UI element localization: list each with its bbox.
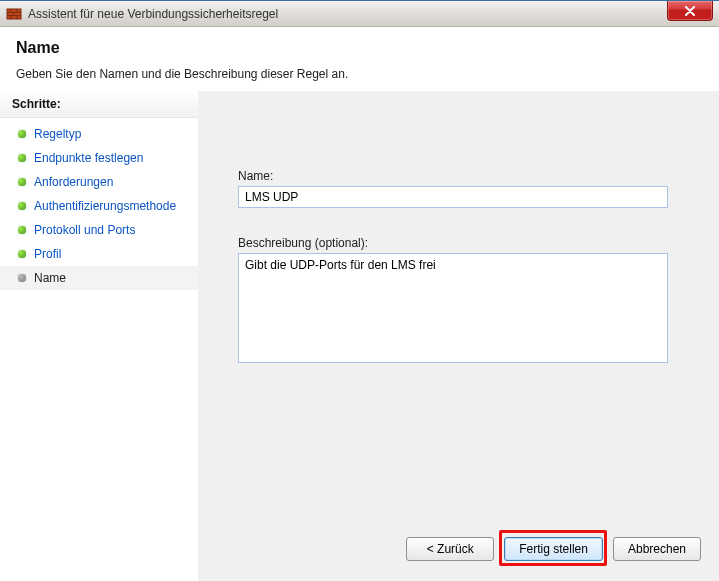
wizard-header: Name Geben Sie den Namen und die Beschre… [0, 27, 719, 91]
page-title: Name [16, 39, 703, 57]
close-button[interactable] [667, 1, 713, 21]
description-input[interactable] [238, 253, 668, 363]
steps-heading: Schritte: [0, 91, 198, 118]
step-regeltyp[interactable]: Regeltyp [0, 122, 198, 146]
wizard-body: Schritte: Regeltyp Endpunkte festlegen A… [0, 91, 719, 581]
step-endpunkte[interactable]: Endpunkte festlegen [0, 146, 198, 170]
window-title: Assistent für neue Verbindungssicherheit… [28, 7, 278, 21]
step-protokoll[interactable]: Protokoll und Ports [0, 218, 198, 242]
step-label: Name [34, 271, 66, 285]
step-label: Protokoll und Ports [34, 223, 135, 237]
steps-list: Regeltyp Endpunkte festlegen Anforderung… [0, 118, 198, 294]
step-label: Anforderungen [34, 175, 113, 189]
step-bullet-icon [18, 250, 26, 258]
back-button[interactable]: < Zurück [406, 537, 494, 561]
finish-button[interactable]: Fertig stellen [504, 537, 603, 561]
wizard-button-row: < Zurück Fertig stellen Abbrechen [406, 537, 701, 561]
step-name[interactable]: Name [0, 266, 198, 290]
page-description: Geben Sie den Namen und die Beschreibung… [16, 67, 703, 81]
name-input[interactable] [238, 186, 668, 208]
steps-sidebar: Schritte: Regeltyp Endpunkte festlegen A… [0, 91, 198, 581]
step-bullet-icon [18, 178, 26, 186]
step-profil[interactable]: Profil [0, 242, 198, 266]
step-bullet-icon [18, 274, 26, 282]
step-bullet-icon [18, 154, 26, 162]
step-bullet-icon [18, 226, 26, 234]
step-anforderungen[interactable]: Anforderungen [0, 170, 198, 194]
step-label: Authentifizierungsmethode [34, 199, 176, 213]
close-icon [684, 6, 696, 16]
name-label: Name: [238, 169, 679, 183]
cancel-button[interactable]: Abbrechen [613, 537, 701, 561]
titlebar: Assistent für neue Verbindungssicherheit… [0, 1, 719, 27]
main-panel: Name: Beschreibung (optional): < Zurück … [198, 91, 719, 581]
step-bullet-icon [18, 130, 26, 138]
step-authentifizierung[interactable]: Authentifizierungsmethode [0, 194, 198, 218]
step-label: Endpunkte festlegen [34, 151, 143, 165]
wizard-window: Assistent für neue Verbindungssicherheit… [0, 0, 719, 581]
step-label: Regeltyp [34, 127, 81, 141]
description-label: Beschreibung (optional): [238, 236, 679, 250]
firewall-icon [6, 6, 22, 22]
step-label: Profil [34, 247, 61, 261]
step-bullet-icon [18, 202, 26, 210]
